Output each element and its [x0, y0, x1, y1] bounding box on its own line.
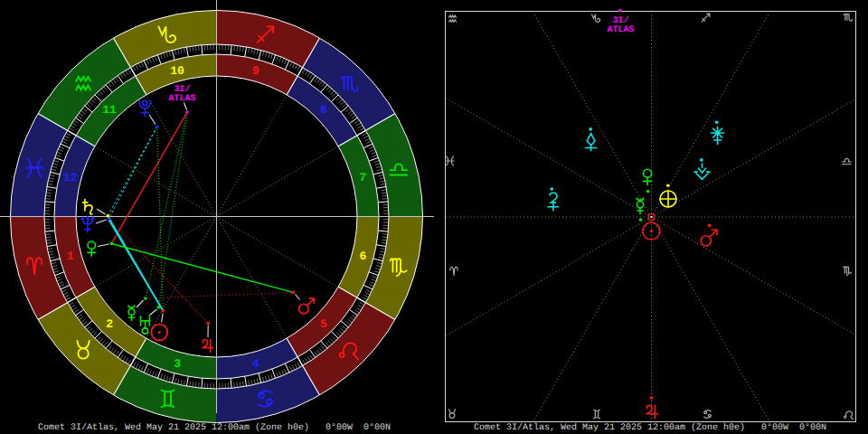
svg-text:10: 10	[170, 64, 184, 78]
svg-text:8: 8	[320, 103, 327, 117]
svg-text:ATLAS: ATLAS	[607, 25, 634, 35]
svg-text:12: 12	[63, 171, 78, 184]
svg-text:7: 7	[359, 171, 366, 184]
svg-text:6: 6	[359, 250, 366, 263]
svg-text:Comet 3I/Atlas, Wed May 21 202: Comet 3I/Atlas, Wed May 21 2025 12:00am …	[38, 422, 391, 433]
svg-text:9: 9	[252, 64, 259, 78]
svg-text:5: 5	[320, 317, 327, 331]
svg-text:ATLAS: ATLAS	[168, 94, 195, 104]
svg-text:3: 3	[174, 357, 181, 371]
svg-text:2: 2	[106, 317, 113, 331]
svg-text:1: 1	[67, 250, 74, 263]
svg-text:11: 11	[102, 103, 117, 117]
svg-text:4: 4	[252, 357, 259, 371]
svg-text:3I/: 3I/	[174, 84, 190, 95]
svg-text:Comet 3I/Atlas, Wed May 21 202: Comet 3I/Atlas, Wed May 21 2025 12:00am …	[474, 422, 826, 433]
